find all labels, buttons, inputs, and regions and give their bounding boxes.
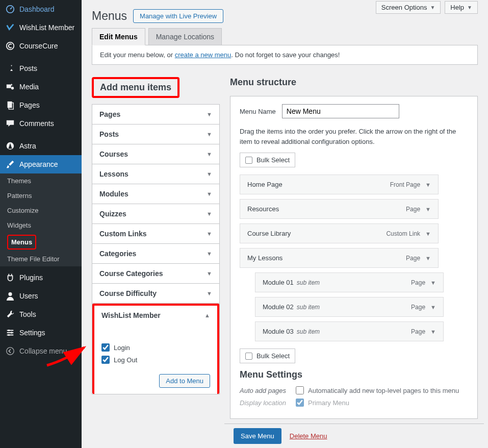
astra-icon	[5, 141, 15, 151]
item-type: Front Page	[390, 181, 420, 188]
live-preview-button[interactable]: Manage with Live Preview	[133, 9, 223, 23]
auto-add-checkbox[interactable]	[296, 386, 304, 394]
acc-custom-links[interactable]: Custom Links▼	[92, 224, 219, 243]
sidebar-item-astra[interactable]: Astra	[0, 137, 82, 155]
sidebar-label: Dashboard	[19, 5, 55, 13]
acc-modules[interactable]: Modules▼	[92, 184, 219, 204]
pages-icon	[5, 100, 15, 110]
menu-item-module-01[interactable]: Module 01sub item Page▼	[255, 272, 444, 292]
structure-box: Menu Name Drag the items into the order …	[230, 96, 478, 419]
acc-quizzes[interactable]: Quizzes▼	[92, 204, 219, 223]
check-label: Login	[114, 344, 130, 352]
sidebar-item-comments[interactable]: Comments	[0, 114, 82, 133]
wrench-icon	[5, 309, 15, 319]
chevron-down-icon: ▼	[207, 191, 212, 197]
check-logout-row: Log Out	[101, 354, 210, 366]
sidebar-item-appearance[interactable]: Appearance	[0, 155, 82, 173]
sidebar-sub-themes[interactable]: Themes	[0, 173, 82, 188]
settings-text: Automatically add new top-level pages to…	[308, 387, 459, 394]
chevron-down-icon: ▼	[207, 290, 212, 296]
sidebar-label: CourseCure	[19, 42, 58, 50]
chevron-down-icon[interactable]: ▼	[425, 255, 431, 261]
acc-courses[interactable]: Courses▼	[92, 144, 219, 164]
delete-menu-link[interactable]: Delete Menu	[290, 432, 327, 440]
notice-bar: Edit your menu below, or create a new me…	[92, 45, 478, 65]
tab-manage-locations[interactable]: Manage Locations	[148, 28, 222, 45]
checkbox-icon	[245, 353, 252, 360]
user-icon	[5, 291, 15, 301]
sidebar-sub-theme-editor[interactable]: Theme File Editor	[0, 252, 82, 266]
menu-item-module-03[interactable]: Module 03sub item Page▼	[255, 321, 444, 341]
media-icon	[5, 82, 15, 92]
screen-options-button[interactable]: Screen Options▼	[376, 1, 441, 14]
add-to-menu-button[interactable]: Add to Menu	[159, 374, 210, 388]
menu-item-home[interactable]: Home Page Front Page▼	[240, 175, 439, 194]
chevron-down-icon[interactable]: ▼	[425, 231, 431, 237]
chevron-down-icon[interactable]: ▼	[430, 329, 436, 335]
acc-wishlist-member: WishList Member▲ Login Log Out Add to M	[92, 304, 219, 394]
item-type: Page	[411, 304, 425, 311]
tab-edit-menus[interactable]: Edit Menus	[92, 28, 145, 45]
checkbox-logout[interactable]	[101, 356, 110, 364]
chevron-down-icon: ▼	[207, 270, 212, 277]
checkbox-login[interactable]	[101, 343, 110, 352]
acc-course-categories[interactable]: Course Categories▼	[92, 264, 219, 283]
menu-items-list: Home Page Front Page▼ Resources Page▼ Co…	[240, 175, 468, 341]
chevron-down-icon[interactable]: ▼	[425, 206, 431, 212]
save-menu-button[interactable]: Save Menu	[234, 428, 281, 444]
svg-point-7	[8, 292, 12, 296]
menu-name-label: Menu Name	[240, 108, 276, 115]
menu-item-module-02[interactable]: Module 02sub item Page▼	[255, 297, 444, 317]
svg-point-10	[8, 334, 10, 336]
sidebar-sub-menus[interactable]: Menus	[0, 233, 82, 252]
sidebar-sub-patterns[interactable]: Patterns	[0, 188, 82, 203]
chevron-down-icon: ▼	[207, 151, 212, 157]
sidebar-item-settings[interactable]: Settings	[0, 323, 82, 342]
sidebar-item-tools[interactable]: Tools	[0, 305, 82, 323]
sidebar-item-plugins[interactable]: Plugins	[0, 268, 82, 287]
sidebar-item-posts[interactable]: Posts	[0, 59, 82, 78]
acc-posts[interactable]: Posts▼	[92, 125, 219, 144]
svg-point-3	[11, 87, 14, 89]
settings-label: Display location	[240, 399, 296, 407]
notice-text: . Do not forget to save your changes!	[231, 51, 340, 59]
display-location-checkbox[interactable]	[296, 399, 304, 407]
help-text: Drag the items into the order you prefer…	[240, 127, 468, 146]
help-button[interactable]: Help▼	[445, 1, 478, 14]
acc-lessons[interactable]: Lessons▼	[92, 164, 219, 184]
sidebar-item-coursecure[interactable]: CourseCure	[0, 37, 82, 55]
menu-item-course-library[interactable]: Course Library Custom Link▼	[240, 223, 439, 243]
chevron-down-icon: ▼	[207, 211, 212, 217]
menu-structure-column: Menu structure Menu Name Drag the items …	[230, 77, 478, 419]
chevron-down-icon: ▼	[467, 5, 472, 10]
menu-item-my-lessons[interactable]: My Lessons Page▼	[240, 248, 439, 268]
svg-point-11	[7, 347, 14, 355]
menu-name-row: Menu Name	[240, 104, 468, 118]
sidebar-item-dashboard[interactable]: Dashboard	[0, 0, 82, 18]
sidebar-item-users[interactable]: Users	[0, 287, 82, 305]
sidebar-item-collapse[interactable]: Collapse menu	[0, 342, 82, 360]
sliders-icon	[5, 328, 15, 338]
chevron-down-icon: ▼	[207, 131, 212, 137]
chevron-down-icon[interactable]: ▼	[430, 304, 436, 310]
bulk-select-bottom[interactable]: Bulk Select	[240, 349, 295, 363]
create-menu-link[interactable]: create a new menu	[175, 51, 232, 59]
sidebar-item-pages[interactable]: Pages	[0, 96, 82, 114]
chevron-down-icon[interactable]: ▼	[430, 280, 436, 286]
wishlist-icon	[5, 22, 15, 33]
acc-wishlist-header[interactable]: WishList Member▲	[94, 306, 217, 325]
check-label: Log Out	[114, 356, 137, 364]
sidebar-sub-customize[interactable]: Customize	[0, 203, 82, 218]
bulk-select-top[interactable]: Bulk Select	[240, 153, 295, 167]
display-location-row: Display location Primary Menu	[240, 399, 468, 407]
sidebar-item-media[interactable]: Media	[0, 78, 82, 96]
menu-item-resources[interactable]: Resources Page▼	[240, 199, 439, 219]
acc-course-difficulty[interactable]: Course Difficulty▼	[92, 284, 219, 303]
sidebar-sub-widgets[interactable]: Widgets	[0, 218, 82, 233]
sidebar-item-wishlist[interactable]: WishList Member	[0, 18, 82, 37]
acc-pages[interactable]: Pages▼	[92, 105, 219, 124]
svg-rect-4	[8, 102, 12, 108]
chevron-down-icon[interactable]: ▼	[425, 182, 431, 188]
acc-categories[interactable]: Categories▼	[92, 244, 219, 263]
menu-name-input[interactable]	[282, 104, 399, 118]
